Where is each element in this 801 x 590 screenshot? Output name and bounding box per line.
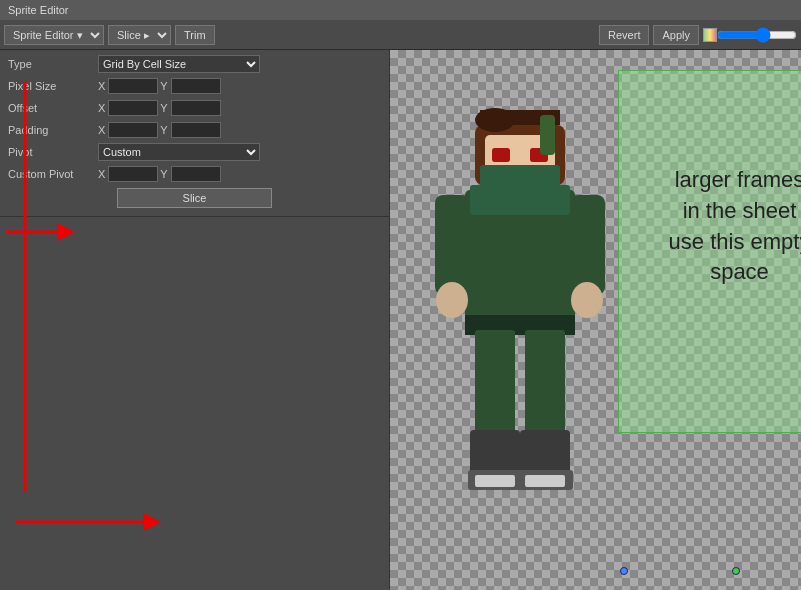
offset-x-input[interactable]: 0 [108,100,158,116]
pixel-size-row: Pixel Size X 73 Y 58 [8,76,381,96]
slice-dropdown[interactable]: Slice ▸ [108,25,171,45]
trim-button[interactable]: Trim [175,25,215,45]
svg-rect-7 [492,148,510,162]
padding-fields: X 0 Y 0 [98,122,221,138]
padding-y-input[interactable]: 0 [171,122,221,138]
control-point-bottom-left[interactable] [620,567,628,575]
svg-rect-14 [435,195,470,295]
slice-btn-row: Slice [8,188,381,208]
pivot-select[interactable]: Custom Center Top Left Top Top Right Lef… [98,143,260,161]
svg-rect-20 [525,330,565,440]
pixel-size-y-input[interactable]: 58 [171,78,221,94]
svg-rect-26 [525,475,565,487]
offset-y-input[interactable]: 0 [171,100,221,116]
svg-rect-15 [570,195,605,295]
sprite-left-svg [420,100,620,540]
control-point-bottom-mid[interactable] [732,567,740,575]
sprite-editor-dropdown[interactable]: Sprite Editor ▾ [4,25,104,45]
custom-pivot-fields: X 0,32 Y 0 [98,166,221,182]
color-picker-icon[interactable] [703,28,717,42]
red-arrow-bottom-icon [10,507,170,537]
offset-y-label: Y [160,102,167,114]
padding-x-input[interactable]: 0 [108,122,158,138]
offset-x-label: X [98,102,105,114]
settings-panel: Type Grid By Cell Size Grid By Cell Coun… [0,50,389,217]
type-label: Type [8,58,98,70]
svg-point-17 [571,282,603,318]
zoom-slider-area [717,30,797,40]
type-select[interactable]: Grid By Cell Size Grid By Cell Count Aut… [98,55,260,73]
main-area: Type Grid By Cell Size Grid By Cell Coun… [0,50,801,590]
title-bar: Sprite Editor [0,0,801,20]
custom-pivot-x-label: X [98,168,105,180]
type-row: Type Grid By Cell Size Grid By Cell Coun… [8,54,381,74]
svg-rect-19 [475,330,515,440]
padding-y-label: Y [160,124,167,136]
svg-rect-25 [475,475,515,487]
padding-x-label: X [98,124,105,136]
custom-pivot-y-label: Y [160,168,167,180]
sprite-character-left [420,100,620,540]
pixel-size-x-input[interactable]: 73 [108,78,158,94]
custom-pivot-x-input[interactable]: 0,32 [108,166,158,182]
pixel-size-fields: X 73 Y 58 [98,78,221,94]
apply-button[interactable]: Apply [653,25,699,45]
revert-button[interactable]: Revert [599,25,649,45]
pixel-y-label: Y [160,80,167,92]
toolbar: Sprite Editor ▾ Slice ▸ Trim Revert Appl… [0,20,801,50]
slice-button[interactable]: Slice [117,188,272,208]
pivot-row: Pivot Custom Center Top Left Top Top Rig… [8,142,381,162]
svg-rect-27 [470,185,570,215]
custom-pivot-row: Custom Pivot X 0,32 Y 0 [8,164,381,184]
pixel-x-label: X [98,80,105,92]
canvas-area[interactable]: larger frames in the sheet use this empt… [390,50,801,590]
custom-pivot-y-input[interactable]: 0 [171,166,221,182]
left-panel: Type Grid By Cell Size Grid By Cell Coun… [0,50,390,590]
offset-fields: X 0 Y 0 [98,100,221,116]
svg-point-11 [475,108,515,132]
svg-rect-12 [540,115,555,155]
red-arrow-vertical-icon [10,77,40,507]
svg-point-16 [436,282,468,318]
offset-row: Offset X 0 Y 0 [8,98,381,118]
title-label: Sprite Editor [8,4,69,16]
padding-row: Padding X 0 Y 0 [8,120,381,140]
zoom-slider[interactable] [717,30,797,40]
